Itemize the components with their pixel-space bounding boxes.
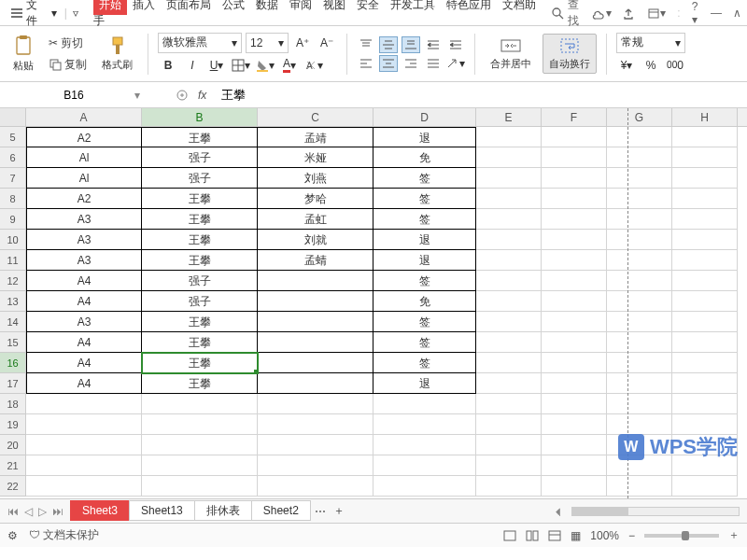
cell[interactable]: 签 [374, 189, 476, 209]
align-left-button[interactable] [357, 55, 375, 72]
cell[interactable] [476, 435, 542, 455]
cell[interactable] [542, 127, 607, 147]
cell[interactable] [476, 353, 542, 373]
cell[interactable]: A4 [26, 353, 142, 373]
cell[interactable] [672, 147, 738, 168]
cell[interactable]: 王攀 [142, 353, 258, 373]
col-header-F[interactable]: F [542, 108, 607, 126]
cell[interactable] [374, 394, 476, 414]
cell[interactable] [476, 189, 542, 209]
cell[interactable]: 退 [374, 127, 476, 147]
row-header[interactable]: 5 [0, 127, 26, 147]
cell[interactable] [542, 394, 607, 414]
sheet-more-button[interactable]: ⋯ [311, 503, 330, 520]
orientation-button[interactable]: ▾ [446, 55, 465, 72]
cell[interactable]: 王攀 [142, 312, 258, 332]
cell[interactable] [374, 414, 476, 435]
expand-formula-icon[interactable] [176, 89, 189, 102]
cell[interactable] [476, 373, 542, 394]
cell[interactable]: 王攀 [142, 250, 258, 271]
cell[interactable] [476, 455, 542, 476]
cell[interactable]: Al [26, 168, 142, 189]
borders-button[interactable]: ▾ [231, 55, 251, 76]
sheet-tab[interactable]: Sheet13 [129, 500, 195, 521]
menu-tab-开发工具[interactable]: 开发工具 [385, 0, 441, 15]
cell[interactable] [476, 230, 542, 250]
settings-icon[interactable]: ⚙ [7, 529, 18, 542]
cell[interactable]: 签 [374, 209, 476, 230]
cell[interactable]: 免 [374, 147, 476, 168]
increase-indent-button[interactable] [446, 36, 465, 53]
comma-button[interactable]: 000 [665, 55, 685, 76]
cell[interactable] [672, 230, 738, 250]
auto-wrap-button[interactable]: 自动换行 [543, 34, 597, 74]
file-menu-button[interactable]: 文件 ▾ [6, 0, 63, 31]
col-header-C[interactable]: C [258, 108, 374, 126]
cell[interactable] [672, 127, 738, 147]
cell[interactable] [26, 414, 142, 435]
menu-tab-数据[interactable]: 数据 [250, 0, 284, 15]
cell[interactable] [542, 209, 607, 230]
cell[interactable]: A2 [26, 127, 142, 147]
cell[interactable] [258, 373, 374, 394]
cell[interactable] [607, 414, 672, 435]
cell[interactable] [672, 373, 738, 394]
col-header-D[interactable]: D [374, 108, 476, 126]
zoom-in-button[interactable]: ＋ [728, 527, 740, 543]
cell[interactable] [542, 353, 607, 373]
number-format-select[interactable]: 常规▾ [616, 33, 685, 53]
cell[interactable] [672, 332, 738, 353]
distribute-button[interactable] [424, 55, 443, 72]
row-header[interactable]: 6 [0, 147, 26, 168]
cell[interactable] [258, 394, 374, 414]
cell[interactable]: A4 [26, 291, 142, 312]
cell[interactable] [142, 394, 258, 414]
row-header[interactable]: 14 [0, 312, 26, 332]
cell[interactable]: 王攀 [142, 373, 258, 394]
cell[interactable]: 签 [374, 353, 476, 373]
underline-button[interactable]: U▾ [206, 55, 227, 76]
row-header[interactable]: 9 [0, 209, 26, 230]
align-middle-button[interactable] [379, 36, 398, 53]
cell[interactable] [476, 394, 542, 414]
cell[interactable]: 王攀 [142, 230, 258, 250]
cell[interactable] [542, 332, 607, 353]
menu-tab-插入[interactable]: 插入 [127, 0, 161, 15]
cell[interactable] [476, 209, 542, 230]
cell[interactable] [142, 414, 258, 435]
cell[interactable] [258, 271, 374, 291]
cell[interactable] [607, 394, 672, 414]
sheet-tab[interactable]: Sheet2 [251, 500, 311, 521]
cell[interactable] [476, 147, 542, 168]
cell[interactable] [542, 476, 607, 497]
cell[interactable] [672, 353, 738, 373]
clear-format-button[interactable]: A▾ [303, 55, 324, 76]
cell[interactable] [607, 291, 672, 312]
cell[interactable] [142, 476, 258, 497]
sheet-next-button[interactable]: ▷ [38, 505, 47, 518]
cell[interactable]: 强子 [142, 271, 258, 291]
cell[interactable] [374, 476, 476, 497]
cell[interactable] [258, 414, 374, 435]
cell[interactable] [672, 291, 738, 312]
cell[interactable] [607, 435, 672, 455]
view-custom-icon[interactable]: ▦ [571, 529, 581, 542]
chevron-down-icon[interactable]: ▾ [134, 89, 140, 102]
row-header[interactable]: 7 [0, 168, 26, 189]
italic-button[interactable]: I [182, 55, 203, 76]
cut-button[interactable]: ✂剪切 [45, 34, 91, 53]
cell[interactable] [26, 394, 142, 414]
cell[interactable]: 签 [374, 271, 476, 291]
row-header[interactable]: 21 [0, 455, 26, 476]
cell[interactable] [542, 230, 607, 250]
cell[interactable] [476, 312, 542, 332]
cell[interactable] [542, 414, 607, 435]
col-header-H[interactable]: H [672, 108, 738, 126]
menu-tab-视图[interactable]: 视图 [317, 0, 351, 15]
cell[interactable] [672, 414, 738, 435]
cell[interactable] [607, 189, 672, 209]
cell[interactable] [542, 373, 607, 394]
cell[interactable] [607, 147, 672, 168]
name-box-input[interactable] [9, 89, 138, 102]
percent-button[interactable]: % [641, 55, 661, 76]
